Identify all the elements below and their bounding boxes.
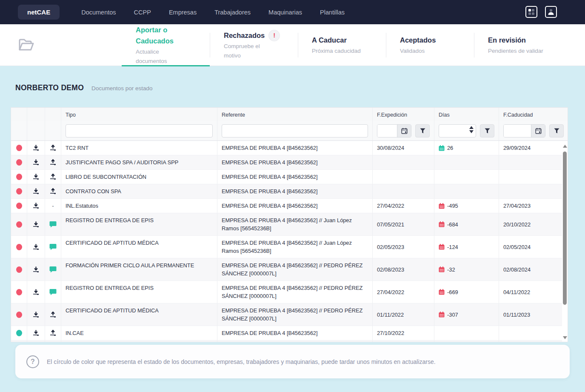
download-icon[interactable] xyxy=(32,159,40,166)
status-dot xyxy=(16,330,22,336)
apps-grid-button[interactable] xyxy=(525,6,537,18)
download-icon[interactable] xyxy=(32,311,40,318)
funnel-icon xyxy=(554,128,559,134)
status-dot xyxy=(16,188,22,195)
comment-icon[interactable] xyxy=(49,243,57,250)
referente-filter-input[interactable] xyxy=(222,124,368,137)
upload-icon[interactable] xyxy=(49,144,57,152)
download-icon[interactable] xyxy=(32,188,40,195)
download-icon[interactable] xyxy=(32,221,40,228)
fcaducidad-datepicker-button[interactable] xyxy=(531,125,545,137)
tab-a-caducar[interactable]: A Caducar Próxima caducidad xyxy=(298,24,386,66)
tipo-cell: CERTIFICADO DE APTITUD MÉDICA xyxy=(61,303,217,326)
status-dot xyxy=(16,145,22,151)
status-dot xyxy=(16,159,22,166)
comment-icon[interactable] xyxy=(49,289,57,295)
tipo-cell: TC2 RNT xyxy=(61,141,217,155)
table-row: CONTRATO CON SPA EMPRESA DE PRUEBA 4 [B4… xyxy=(11,184,568,199)
nav-item-plantillas[interactable]: Plantillas xyxy=(320,5,345,20)
download-icon[interactable] xyxy=(32,266,40,273)
upload-icon[interactable] xyxy=(49,188,57,195)
table-scrollbar[interactable] xyxy=(562,141,568,342)
tab-aportar-caducados[interactable]: Aportar o Caducados Actualice documentos xyxy=(122,24,210,66)
tab-subtitle: Actualice documentos xyxy=(136,47,205,66)
comment-icon[interactable] xyxy=(49,266,57,273)
upload-icon[interactable] xyxy=(49,329,57,337)
download-icon[interactable] xyxy=(32,202,40,209)
fcaducidad-cell xyxy=(499,170,568,184)
download-icon[interactable] xyxy=(32,144,40,152)
dias-stepper[interactable] xyxy=(469,126,474,133)
comment-icon[interactable] xyxy=(49,221,57,228)
table-row: LIBRO DE SUBCONTRATACIÓN EMPRESA DE PRUE… xyxy=(11,170,568,184)
scroll-down-icon[interactable] xyxy=(563,336,567,339)
fexpedicion-filter-button[interactable] xyxy=(415,124,430,137)
referente-cell: EMPRESA DE PRUEBA 4 [B45623562] // PEDRO… xyxy=(217,303,373,326)
tipo-cell: IN.CAE xyxy=(61,326,217,340)
dias-value: -124 xyxy=(447,243,458,251)
upload-icon[interactable] xyxy=(49,173,57,180)
open-folder-icon xyxy=(18,38,35,52)
fexpedicion-cell xyxy=(373,155,434,169)
page-subtitle: Documentos por estado xyxy=(91,85,152,92)
spinner-down-icon[interactable] xyxy=(469,130,474,133)
col-action xyxy=(45,108,61,122)
calendar-status-icon xyxy=(439,289,445,295)
fexpedicion-cell: 02/05/2023 xyxy=(373,236,434,258)
nav-item-maquinarias[interactable]: Maquinarias xyxy=(268,5,302,20)
spinner-up-icon[interactable] xyxy=(469,126,474,129)
upload-icon[interactable] xyxy=(49,159,57,166)
fcaducidad-filter-input[interactable] xyxy=(504,125,531,137)
fexpedicion-cell: 02/08/2023 xyxy=(373,258,434,280)
scroll-up-icon[interactable] xyxy=(563,145,567,148)
download-icon[interactable] xyxy=(32,243,40,251)
fcaducidad-cell: 02/05/2024 xyxy=(499,236,568,258)
tab-title: Aportar o Caducados xyxy=(136,24,174,46)
dias-value: -684 xyxy=(447,220,458,229)
dias-value: -495 xyxy=(447,202,458,210)
table-row: REGISTRO DE ENTREGA DE EPIS EMPRESA DE P… xyxy=(11,213,568,236)
fcaducidad-cell: 02/08/2024 xyxy=(499,258,568,280)
tab-rechazados[interactable]: Rechazados ! Compruebe el motivo xyxy=(210,24,298,66)
fcaducidad-cell: 27/04/2023 xyxy=(499,199,568,213)
tipo-cell: REGISTRO DE ENTREGA DE EPIS xyxy=(61,213,217,235)
fexpedicion-cell: 30/08/2024 xyxy=(373,141,434,155)
scrollbar-thumb[interactable] xyxy=(563,152,567,305)
table-row: IN.PROTOCOLOS EMPRESA DE PRUEBA 4 [B4562… xyxy=(11,340,568,342)
referente-cell: EMPRESA DE PRUEBA 4 [B45623562] xyxy=(217,184,373,198)
tab-subtitle: Próxima caducidad xyxy=(312,46,382,56)
nav-item-empresas[interactable]: Empresas xyxy=(169,5,197,20)
info-text: El círculo de color que representa el es… xyxy=(47,358,436,365)
referente-cell: EMPRESA DE PRUEBA 4 [B45623562] xyxy=(217,199,373,213)
fcaducidad-filter-button[interactable] xyxy=(549,124,564,137)
fexpedicion-datepicker-button[interactable] xyxy=(397,125,411,137)
nav-item-trabajadores[interactable]: Trabajadores xyxy=(214,5,251,20)
tab-aceptados[interactable]: Aceptados Validados xyxy=(386,24,474,66)
referente-cell: EMPRESA DE PRUEBA 4 [B45623562] // Juan … xyxy=(217,236,373,258)
fexpedicion-filter-input[interactable] xyxy=(377,125,397,137)
download-icon[interactable] xyxy=(32,173,40,180)
dias-filter-button[interactable] xyxy=(480,124,494,137)
nav-item-ccpp[interactable]: CCPP xyxy=(134,5,151,20)
tipo-filter-input[interactable] xyxy=(66,124,213,137)
no-action-dash: - xyxy=(52,202,54,210)
dias-cell: -684 xyxy=(434,213,499,235)
tab-title: Aceptados xyxy=(400,34,436,46)
documents-table: Tipo Referente F.Expedición Días F.Caduc… xyxy=(11,107,568,342)
nav-menu: Documentos CCPP Empresas Trabajadores Ma… xyxy=(72,5,354,20)
brand-netcae[interactable]: netCAE xyxy=(18,5,60,20)
download-icon[interactable] xyxy=(32,289,40,296)
tab-en-revision[interactable]: En revisión Pendientes de validar xyxy=(474,24,562,66)
dias-cell: -495 xyxy=(434,199,499,213)
user-profile-button[interactable] xyxy=(545,6,557,18)
upload-icon[interactable] xyxy=(49,311,57,318)
status-dot xyxy=(16,244,22,250)
fcaducidad-cell: 01/11/2023 xyxy=(499,303,568,326)
nav-item-documentos[interactable]: Documentos xyxy=(81,5,116,20)
page-title: NORBERTO DEMO xyxy=(15,83,84,92)
table-header-row: Tipo Referente F.Expedición Días F.Caduc… xyxy=(11,108,568,121)
download-icon[interactable] xyxy=(32,329,40,337)
dias-cell xyxy=(434,170,499,184)
calendar-icon xyxy=(401,128,408,134)
tipo-cell: REGISTRO DE ENTREGA DE EPIS xyxy=(61,281,217,303)
